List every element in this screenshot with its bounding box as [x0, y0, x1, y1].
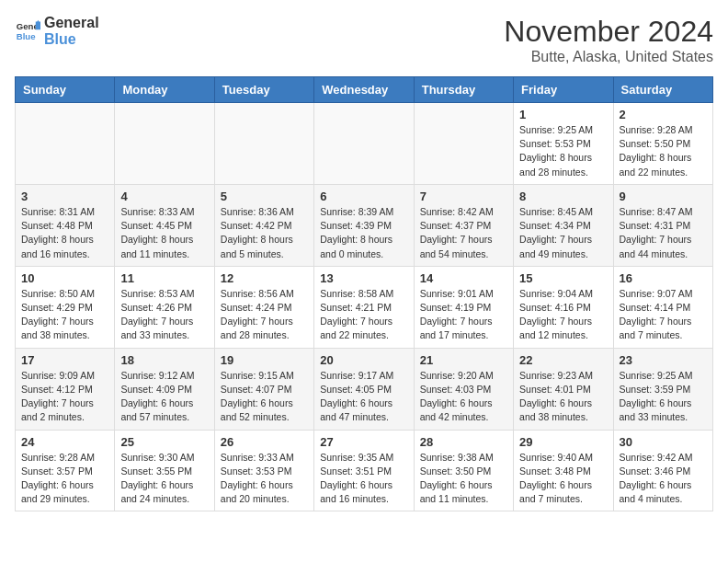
day-cell — [214, 103, 313, 185]
calendar-table: SundayMondayTuesdayWednesdayThursdayFrid… — [15, 76, 713, 511]
day-cell — [314, 103, 414, 185]
day-cell: 27Sunrise: 9:35 AM Sunset: 3:51 PM Dayli… — [314, 430, 414, 511]
calendar-header: SundayMondayTuesdayWednesdayThursdayFrid… — [16, 77, 713, 103]
day-number: 17 — [21, 353, 108, 367]
day-number: 29 — [519, 435, 607, 449]
calendar-body: 1Sunrise: 9:25 AM Sunset: 5:53 PM Daylig… — [16, 103, 713, 511]
day-number: 25 — [120, 435, 208, 449]
day-info: Sunrise: 9:15 AM Sunset: 4:07 PM Dayligh… — [221, 369, 308, 425]
page-header: General Blue General Blue November 2024 … — [15, 15, 713, 65]
day-cell: 2Sunrise: 9:28 AM Sunset: 5:50 PM Daylig… — [613, 103, 712, 185]
day-cell: 13Sunrise: 8:58 AM Sunset: 4:21 PM Dayli… — [314, 266, 414, 348]
week-row-5: 24Sunrise: 9:28 AM Sunset: 3:57 PM Dayli… — [16, 430, 713, 511]
header-row: SundayMondayTuesdayWednesdayThursdayFrid… — [16, 77, 713, 103]
header-cell-tuesday: Tuesday — [214, 77, 313, 103]
day-number: 4 — [120, 190, 208, 203]
day-info: Sunrise: 9:33 AM Sunset: 3:53 PM Dayligh… — [221, 451, 308, 507]
day-cell: 4Sunrise: 8:33 AM Sunset: 4:45 PM Daylig… — [115, 184, 214, 266]
day-info: Sunrise: 9:09 AM Sunset: 4:12 PM Dayligh… — [21, 369, 108, 425]
day-info: Sunrise: 9:20 AM Sunset: 4:03 PM Dayligh… — [420, 369, 507, 425]
day-number: 16 — [620, 271, 707, 285]
day-cell: 6Sunrise: 8:39 AM Sunset: 4:39 PM Daylig… — [314, 184, 414, 266]
logo: General Blue General Blue — [15, 15, 99, 47]
day-info: Sunrise: 9:30 AM Sunset: 3:55 PM Dayligh… — [120, 451, 208, 507]
day-cell: 28Sunrise: 9:38 AM Sunset: 3:50 PM Dayli… — [414, 430, 513, 511]
day-info: Sunrise: 8:58 AM Sunset: 4:21 PM Dayligh… — [320, 287, 407, 343]
day-cell: 8Sunrise: 8:45 AM Sunset: 4:34 PM Daylig… — [514, 184, 613, 266]
logo-icon: General Blue — [15, 18, 40, 44]
day-info: Sunrise: 8:39 AM Sunset: 4:39 PM Dayligh… — [320, 205, 407, 261]
day-cell: 29Sunrise: 9:40 AM Sunset: 3:48 PM Dayli… — [514, 430, 613, 511]
day-cell: 5Sunrise: 8:36 AM Sunset: 4:42 PM Daylig… — [214, 184, 313, 266]
day-number: 10 — [21, 271, 108, 285]
day-cell: 26Sunrise: 9:33 AM Sunset: 3:53 PM Dayli… — [214, 430, 313, 511]
day-number: 20 — [320, 353, 407, 367]
day-info: Sunrise: 9:28 AM Sunset: 3:57 PM Dayligh… — [21, 451, 108, 507]
day-cell: 21Sunrise: 9:20 AM Sunset: 4:03 PM Dayli… — [414, 348, 513, 430]
day-number: 6 — [320, 190, 407, 203]
day-cell: 17Sunrise: 9:09 AM Sunset: 4:12 PM Dayli… — [16, 348, 115, 430]
day-cell: 20Sunrise: 9:17 AM Sunset: 4:05 PM Dayli… — [314, 348, 414, 430]
day-info: Sunrise: 8:50 AM Sunset: 4:29 PM Dayligh… — [21, 287, 108, 343]
day-info: Sunrise: 9:01 AM Sunset: 4:19 PM Dayligh… — [420, 287, 507, 343]
day-cell: 22Sunrise: 9:23 AM Sunset: 4:01 PM Dayli… — [514, 348, 613, 430]
week-row-4: 17Sunrise: 9:09 AM Sunset: 4:12 PM Dayli… — [16, 348, 713, 430]
day-cell: 18Sunrise: 9:12 AM Sunset: 4:09 PM Dayli… — [115, 348, 214, 430]
day-number: 18 — [120, 353, 208, 367]
day-info: Sunrise: 8:53 AM Sunset: 4:26 PM Dayligh… — [120, 287, 208, 343]
day-number: 19 — [221, 353, 308, 367]
day-info: Sunrise: 8:36 AM Sunset: 4:42 PM Dayligh… — [221, 205, 308, 261]
day-info: Sunrise: 9:25 AM Sunset: 3:59 PM Dayligh… — [620, 369, 707, 425]
day-info: Sunrise: 9:12 AM Sunset: 4:09 PM Dayligh… — [120, 369, 208, 425]
day-cell: 30Sunrise: 9:42 AM Sunset: 3:46 PM Dayli… — [613, 430, 712, 511]
day-number: 15 — [519, 271, 607, 285]
day-number: 14 — [420, 271, 507, 285]
day-cell — [414, 103, 513, 185]
day-cell: 11Sunrise: 8:53 AM Sunset: 4:26 PM Dayli… — [115, 266, 214, 348]
day-cell: 16Sunrise: 9:07 AM Sunset: 4:14 PM Dayli… — [613, 266, 712, 348]
day-info: Sunrise: 8:31 AM Sunset: 4:48 PM Dayligh… — [21, 205, 108, 261]
day-number: 28 — [420, 435, 507, 449]
day-number: 5 — [221, 190, 308, 203]
day-cell: 14Sunrise: 9:01 AM Sunset: 4:19 PM Dayli… — [414, 266, 513, 348]
day-cell — [16, 103, 115, 185]
day-number: 8 — [519, 190, 607, 203]
day-cell: 10Sunrise: 8:50 AM Sunset: 4:29 PM Dayli… — [16, 266, 115, 348]
day-info: Sunrise: 8:42 AM Sunset: 4:37 PM Dayligh… — [420, 205, 507, 261]
day-number: 9 — [620, 190, 707, 203]
header-cell-sunday: Sunday — [16, 77, 115, 103]
day-cell: 9Sunrise: 8:47 AM Sunset: 4:31 PM Daylig… — [613, 184, 712, 266]
header-cell-wednesday: Wednesday — [314, 77, 414, 103]
day-info: Sunrise: 9:40 AM Sunset: 3:48 PM Dayligh… — [519, 451, 607, 507]
day-cell: 25Sunrise: 9:30 AM Sunset: 3:55 PM Dayli… — [115, 430, 214, 511]
header-cell-monday: Monday — [115, 77, 214, 103]
day-info: Sunrise: 9:38 AM Sunset: 3:50 PM Dayligh… — [420, 451, 507, 507]
day-number: 7 — [420, 190, 507, 203]
day-number: 30 — [620, 435, 707, 449]
logo-blue-text: Blue — [44, 31, 99, 48]
day-number: 27 — [320, 435, 407, 449]
day-number: 21 — [420, 353, 507, 367]
day-cell: 7Sunrise: 8:42 AM Sunset: 4:37 PM Daylig… — [414, 184, 513, 266]
day-info: Sunrise: 8:33 AM Sunset: 4:45 PM Dayligh… — [120, 205, 208, 261]
day-number: 3 — [21, 190, 108, 203]
header-cell-friday: Friday — [514, 77, 613, 103]
logo-general-text: General — [44, 15, 99, 31]
title-block: November 2024 Butte, Alaska, United Stat… — [504, 15, 713, 65]
day-info: Sunrise: 9:23 AM Sunset: 4:01 PM Dayligh… — [519, 369, 607, 425]
day-cell: 3Sunrise: 8:31 AM Sunset: 4:48 PM Daylig… — [16, 184, 115, 266]
header-cell-saturday: Saturday — [613, 77, 712, 103]
day-cell: 19Sunrise: 9:15 AM Sunset: 4:07 PM Dayli… — [214, 348, 313, 430]
week-row-1: 1Sunrise: 9:25 AM Sunset: 5:53 PM Daylig… — [16, 103, 713, 185]
day-cell: 1Sunrise: 9:25 AM Sunset: 5:53 PM Daylig… — [514, 103, 613, 185]
day-info: Sunrise: 8:56 AM Sunset: 4:24 PM Dayligh… — [221, 287, 308, 343]
day-cell — [115, 103, 214, 185]
header-cell-thursday: Thursday — [414, 77, 513, 103]
week-row-2: 3Sunrise: 8:31 AM Sunset: 4:48 PM Daylig… — [16, 184, 713, 266]
day-info: Sunrise: 9:28 AM Sunset: 5:50 PM Dayligh… — [620, 123, 707, 179]
day-info: Sunrise: 8:45 AM Sunset: 4:34 PM Dayligh… — [519, 205, 607, 261]
day-info: Sunrise: 9:25 AM Sunset: 5:53 PM Dayligh… — [519, 123, 607, 179]
day-number: 11 — [120, 271, 208, 285]
day-info: Sunrise: 9:04 AM Sunset: 4:16 PM Dayligh… — [519, 287, 607, 343]
day-number: 1 — [519, 108, 607, 121]
